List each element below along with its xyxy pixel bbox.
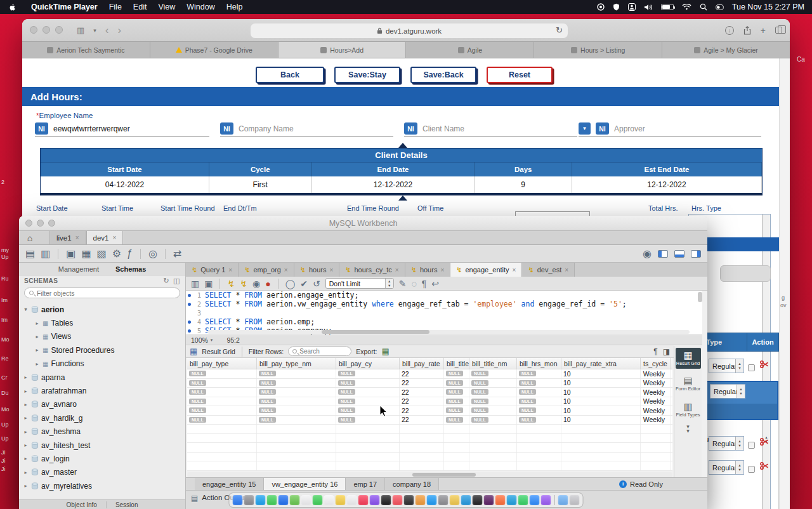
form-field[interactable]: NICompany Name (220, 121, 393, 137)
sidebar-tab-management[interactable]: Management (58, 265, 99, 273)
window-controls[interactable] (30, 25, 68, 36)
battery-icon[interactable] (661, 4, 674, 10)
grid-cell[interactable]: Weekly (641, 406, 671, 415)
grid-column-header[interactable]: bill_pay_rate_xtra (561, 358, 641, 369)
sql-line[interactable]: 1SELECT * FROM aerion.engage_entity; (186, 291, 702, 300)
grid-cell[interactable]: NULL (469, 406, 517, 415)
sidebar-bottom-tab-session[interactable]: Session (107, 501, 147, 508)
grid-cell[interactable]: NULL (187, 416, 257, 425)
query-tab[interactable]: ↯hours× (405, 263, 451, 277)
schema-tree-item[interactable]: ▸arafatrahman (19, 384, 185, 397)
close-icon[interactable]: × (329, 267, 333, 274)
grid-cell[interactable]: NULL (444, 388, 469, 397)
wrap-cell-icon[interactable]: ¶ (653, 347, 657, 356)
row-checkbox[interactable] (748, 466, 755, 473)
dock-icon-tv[interactable] (381, 495, 391, 505)
address-bar[interactable]: dev1.atguru.work ↻ (251, 23, 568, 38)
grid-cell[interactable]: Weekly (641, 369, 671, 378)
schema-tree-item[interactable]: ▸av_login (19, 452, 185, 465)
dock-icon-music[interactable] (358, 495, 369, 505)
spotlight-icon[interactable] (700, 3, 707, 11)
sidebar-tab-schemas[interactable]: Schemas (115, 265, 146, 273)
apple-menu-icon[interactable] (8, 3, 17, 12)
connection-tab[interactable]: live1× (49, 231, 86, 244)
dock-icon-postman[interactable] (495, 495, 506, 505)
expander-icon[interactable]: ▸ (34, 334, 40, 340)
dock-icon-trash[interactable] (570, 495, 580, 505)
menu-item-view[interactable]: View (158, 3, 175, 11)
grid-column-header[interactable]: ts_cycle (641, 358, 671, 369)
scissors-icon[interactable] (759, 461, 769, 473)
active-app-name[interactable]: QuickTime Player (31, 3, 98, 11)
dock-icon-maps[interactable] (290, 495, 300, 505)
selected-row-highlight[interactable]: Regular▲▼ (706, 381, 778, 420)
editor-horizontal-scrollbar[interactable] (207, 330, 690, 334)
forward-button[interactable]: › (118, 25, 122, 36)
volume-icon[interactable] (644, 4, 653, 11)
grid-cell[interactable]: 10 (561, 369, 641, 378)
close-icon[interactable]: × (395, 267, 399, 274)
dock-icon-safari[interactable] (256, 495, 266, 505)
query-tab[interactable]: ↯Query 1× (186, 263, 239, 277)
grid-cell[interactable]: NULL (444, 369, 469, 378)
dock-icon-vscode[interactable] (461, 495, 471, 505)
browser-tab[interactable]: Agile > My Glacier (662, 42, 790, 58)
expander-icon[interactable]: ▸ (23, 402, 29, 407)
browser-tab[interactable]: Hours > Listing (534, 42, 662, 58)
close-icon[interactable]: × (440, 267, 444, 274)
grid-cell[interactable]: NULL (469, 397, 517, 406)
schema-tree-item[interactable]: ▸av_myrelatives (19, 479, 185, 492)
grid-cell[interactable]: 22 (400, 406, 444, 415)
toggle-secondary-sidebar-icon[interactable] (691, 250, 701, 258)
row-checkbox[interactable] (748, 364, 755, 371)
back-button[interactable]: ‹ (105, 25, 109, 36)
schema-tree-item[interactable]: ▸av_hardik_g (19, 411, 185, 425)
grid-cell[interactable]: 10 (561, 379, 641, 388)
approver-dropdown-button[interactable]: ▼ (579, 122, 591, 135)
expander-icon[interactable]: ▸ (34, 361, 40, 367)
result-set-tab[interactable]: emp 17 (346, 478, 385, 490)
sql-editor[interactable]: 1SELECT * FROM aerion.engage_entity;2SEL… (186, 291, 702, 335)
beautify-icon[interactable]: ✎ (399, 279, 407, 288)
grid-row[interactable]: NULLNULLNULL22NULLNULLNULL10Weekly (187, 406, 672, 416)
expander-icon[interactable]: ▸ (23, 483, 29, 489)
save-back-button[interactable]: Save:Back (410, 67, 476, 83)
expander-icon[interactable]: ▸ (23, 374, 29, 380)
explain-icon[interactable]: ◉ (252, 279, 260, 288)
window-controls[interactable] (25, 220, 60, 228)
grid-cell[interactable]: NULL (257, 397, 336, 406)
dock-icon-calendar[interactable] (324, 495, 334, 505)
close-icon[interactable]: × (513, 267, 516, 274)
schema-tree-item[interactable]: ▸▦Views (19, 330, 185, 343)
toggle-output-icon[interactable] (674, 250, 684, 258)
filter-rows-input[interactable] (299, 348, 347, 355)
dock-icon-downloads-folder[interactable] (558, 495, 568, 505)
grid-cell[interactable]: 22 (400, 416, 444, 425)
user-icon[interactable] (628, 3, 636, 11)
query-tab[interactable]: ↯emp_org× (239, 263, 294, 277)
sidebar-bottom-tab-object-info[interactable]: Object Info (58, 501, 107, 508)
grid-cell[interactable]: NULL (187, 397, 257, 406)
grid-row[interactable]: NULLNULLNULL22NULLNULLNULL10Weekly (187, 397, 672, 407)
expander-icon[interactable]: ▸ (23, 470, 29, 475)
expander-icon[interactable]: ▸ (23, 415, 29, 421)
grid-cell[interactable]: NULL (336, 369, 400, 378)
schema-tree-item[interactable]: ▸av_avnaro (19, 398, 185, 411)
tab-overview-icon[interactable] (775, 27, 782, 34)
dock-icon-chrome[interactable] (450, 495, 460, 505)
result-set-tab[interactable]: vw_engage_entity 16 (264, 478, 346, 490)
wifi-icon[interactable] (682, 4, 691, 11)
home-icon[interactable]: ⌂ (19, 231, 41, 244)
grid-cell[interactable]: Weekly (641, 379, 671, 388)
grid-cell[interactable]: NULL (336, 416, 400, 425)
grid-cell[interactable]: 10 (561, 388, 641, 397)
share-icon[interactable] (743, 26, 751, 35)
expander-icon[interactable]: ▸ (23, 388, 29, 394)
dock-icon-photos[interactable] (301, 495, 311, 505)
grid-cell[interactable]: NULL (444, 397, 469, 406)
control-center-icon[interactable] (716, 4, 724, 10)
sidebar-toggle-icon[interactable]: ▥ (77, 25, 84, 35)
reload-icon[interactable]: ↻ (556, 25, 563, 35)
menu-item-edit[interactable]: Edit (133, 3, 147, 11)
grid-cell[interactable]: NULL (257, 379, 336, 388)
